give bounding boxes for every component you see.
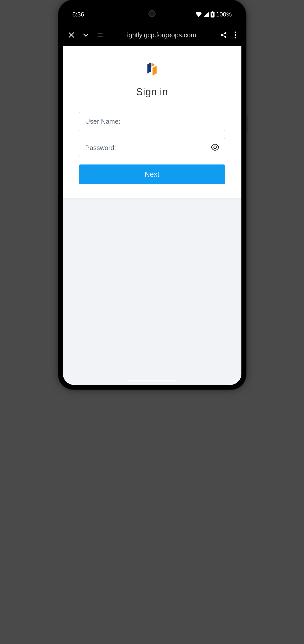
url-display[interactable]: ightly.gcp.forgeops.com <box>110 31 213 39</box>
svg-point-6 <box>224 32 226 34</box>
battery-icon <box>211 11 215 17</box>
svg-point-7 <box>221 34 223 36</box>
wifi-icon <box>195 12 202 17</box>
page-content: Sign in Next <box>63 46 241 385</box>
share-icon[interactable] <box>220 31 227 39</box>
svg-point-13 <box>235 37 236 39</box>
svg-point-11 <box>235 32 236 33</box>
logo <box>79 61 225 77</box>
status-time: 6:36 <box>72 11 84 18</box>
battery-percent: 100% <box>216 11 232 18</box>
eye-icon[interactable] <box>211 143 219 152</box>
page-title: Sign in <box>79 86 225 98</box>
svg-rect-0 <box>212 11 214 12</box>
nav-handle[interactable] <box>129 380 175 381</box>
signal-icon <box>203 12 209 17</box>
forgerock-logo-icon <box>144 61 160 77</box>
browser-bar: ightly.gcp.forgeops.com <box>63 24 241 46</box>
username-input[interactable] <box>79 112 225 131</box>
settings-slider-icon[interactable] <box>97 32 103 38</box>
phone-frame: 6:36 100% <box>58 0 246 390</box>
phone-screen: 6:36 100% <box>63 5 241 385</box>
camera-notch <box>148 10 156 17</box>
svg-point-8 <box>224 36 226 38</box>
svg-line-10 <box>222 35 224 37</box>
password-input[interactable] <box>79 138 225 157</box>
svg-point-14 <box>214 146 216 149</box>
next-button[interactable]: Next <box>79 164 225 184</box>
close-icon[interactable] <box>68 31 75 39</box>
svg-point-12 <box>235 34 236 36</box>
signin-card: Sign in Next <box>63 46 241 198</box>
more-icon[interactable] <box>234 31 236 39</box>
svg-line-9 <box>222 33 224 35</box>
chevron-down-icon[interactable] <box>82 31 90 39</box>
